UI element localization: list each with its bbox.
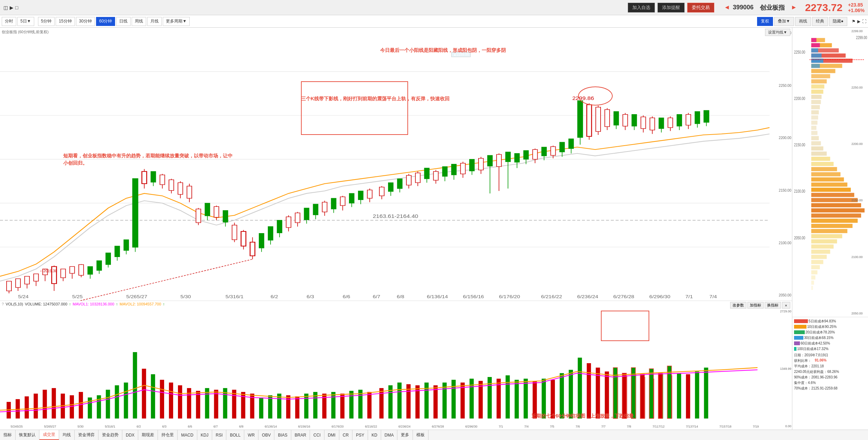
- svg-text:6/6: 6/6: [343, 294, 350, 299]
- svg-rect-11: [25, 276, 29, 284]
- svg-rect-33: [124, 240, 129, 250]
- mavol1: MAVOL1: 10328136.000: [73, 302, 114, 306]
- svg-rect-190: [52, 388, 56, 419]
- tf-5day[interactable]: 5日▼: [17, 17, 34, 26]
- svg-rect-226: [379, 388, 384, 419]
- svg-rect-198: [124, 383, 128, 419]
- svg-text:5/265/27: 5/265/27: [126, 294, 147, 299]
- add-indicator-btn[interactable]: 加指标: [747, 302, 764, 309]
- svg-rect-77: [322, 202, 327, 212]
- svg-rect-123: [533, 149, 538, 159]
- icon-flag[interactable]: ⚑: [852, 19, 856, 24]
- close-indicator-btn[interactable]: ×: [782, 302, 790, 309]
- tab-reset[interactable]: 恢复默认: [16, 430, 39, 440]
- svg-rect-233: [443, 383, 447, 419]
- tab-more[interactable]: 更多: [397, 430, 413, 440]
- tab-wr[interactable]: WR: [244, 430, 258, 440]
- tab-position[interactable]: 持仓里: [158, 430, 178, 440]
- tab-template[interactable]: 模板: [413, 430, 428, 440]
- avg-cost-display: 平均成本：2201.18: [794, 364, 866, 369]
- tf-15min[interactable]: 15分钟: [56, 17, 75, 26]
- svg-rect-19: [61, 269, 66, 278]
- add-alert-button[interactable]: 添加提醒: [658, 3, 685, 12]
- svg-rect-262: [704, 368, 708, 419]
- tab-rsi[interactable]: RSI: [212, 430, 226, 440]
- tab-capital-game[interactable]: 资金博弈: [75, 430, 98, 440]
- tf-30min[interactable]: 30分钟: [76, 17, 95, 26]
- tab-boll[interactable]: BOLL: [226, 430, 244, 440]
- y-label-4: 2150.00: [770, 189, 791, 192]
- svg-rect-314: [811, 239, 837, 244]
- tab-basis[interactable]: 期现差: [138, 430, 158, 440]
- icon-expand[interactable]: ⛶: [862, 19, 866, 24]
- svg-rect-289: [811, 110, 819, 114]
- svg-rect-75: [313, 204, 318, 215]
- question-icon[interactable]: ?: [2, 302, 4, 306]
- switch-indicator-btn[interactable]: 换指标: [765, 302, 781, 309]
- cost-line-1: 2240.05元处获利盘：68.26%: [794, 369, 866, 374]
- tf-5min[interactable]: 5分钟: [38, 17, 55, 26]
- trade-button[interactable]: 委托交易: [687, 3, 714, 12]
- svg-rect-268: [658, 373, 662, 419]
- tab-capital-trend[interactable]: 资金趋势: [98, 430, 122, 440]
- draw-btn[interactable]: 画线: [795, 17, 811, 26]
- tab-indicators[interactable]: 指标: [0, 430, 16, 440]
- up-arrow-3: ↑: [163, 302, 165, 306]
- svg-rect-9: [16, 279, 20, 287]
- toolbar-icons-right: ⚑ ▶ ⛶: [852, 19, 866, 24]
- vol-y-axis: 2729.00 1349.99 0.00: [770, 308, 792, 430]
- change-pct: +1.06%: [848, 8, 865, 13]
- red-box-1: [301, 81, 408, 135]
- change-params-btn[interactable]: 改参数: [730, 302, 746, 309]
- classic-btn[interactable]: 经典: [812, 17, 828, 26]
- tf-fen-shi[interactable]: 分时: [2, 17, 16, 26]
- svg-rect-249: [587, 363, 591, 419]
- tab-cr[interactable]: CR: [339, 430, 352, 440]
- tab-ma[interactable]: 均线: [59, 430, 75, 440]
- right-arrow-nav[interactable]: ►: [791, 4, 797, 11]
- hide-btn[interactable]: 隐藏●: [829, 17, 847, 26]
- tab-brar[interactable]: BRAR: [291, 430, 310, 440]
- tf-more[interactable]: 更多周期▼: [163, 17, 190, 26]
- svg-rect-320: [811, 270, 818, 274]
- overlay-btn[interactable]: 叠加▼: [774, 17, 794, 26]
- tab-macd[interactable]: MACD: [178, 430, 197, 440]
- red-circle-1: [578, 86, 613, 106]
- tab-dma[interactable]: DMA: [381, 430, 398, 440]
- svg-text:6/176/20: 6/176/20: [499, 294, 520, 299]
- tf-60min[interactable]: 60分钟: [96, 17, 115, 26]
- icon-play[interactable]: ▶: [857, 19, 860, 24]
- svg-rect-121: [523, 150, 528, 159]
- svg-rect-222: [340, 394, 345, 419]
- svg-rect-267: [649, 369, 653, 419]
- add-watchlist-button[interactable]: 加入自选: [628, 3, 655, 12]
- nav-icon-3[interactable]: □: [15, 5, 18, 10]
- tab-ddx[interactable]: DDX: [122, 430, 138, 440]
- svg-rect-189: [43, 390, 47, 419]
- tab-cci[interactable]: CCI: [310, 430, 324, 440]
- tf-monthly[interactable]: 月线: [147, 17, 162, 26]
- settings-button[interactable]: 设置均线▼: [765, 29, 790, 36]
- svg-rect-65: [268, 227, 273, 240]
- svg-rect-147: [641, 117, 646, 129]
- tab-kdj[interactable]: KDJ: [197, 430, 213, 440]
- tab-psy[interactable]: PSY: [352, 430, 368, 440]
- svg-rect-27: [97, 261, 102, 271]
- svg-rect-202: [160, 380, 164, 419]
- nav-icon-2[interactable]: ▶: [10, 5, 13, 10]
- chart-settings-btn[interactable]: 设置均线▼: [765, 29, 790, 36]
- tab-obv[interactable]: OBV: [258, 430, 274, 440]
- tab-dmi[interactable]: DMI: [324, 430, 339, 440]
- svg-rect-286: [811, 95, 822, 99]
- tab-volume[interactable]: 成交里: [39, 430, 59, 440]
- nav-icon-1[interactable]: ◫: [3, 5, 8, 10]
- left-arrow-nav[interactable]: ◄: [724, 4, 730, 11]
- tab-bias[interactable]: BIAS: [274, 430, 291, 440]
- rights-btn[interactable]: 复权: [757, 17, 773, 26]
- tf-weekly[interactable]: 周线: [132, 17, 146, 26]
- svg-rect-53: [214, 207, 219, 217]
- tf-daily[interactable]: 日线: [116, 17, 131, 26]
- svg-rect-131: [569, 139, 574, 148]
- tab-kd[interactable]: KD: [368, 430, 381, 440]
- svg-text:6/2: 6/2: [271, 294, 278, 299]
